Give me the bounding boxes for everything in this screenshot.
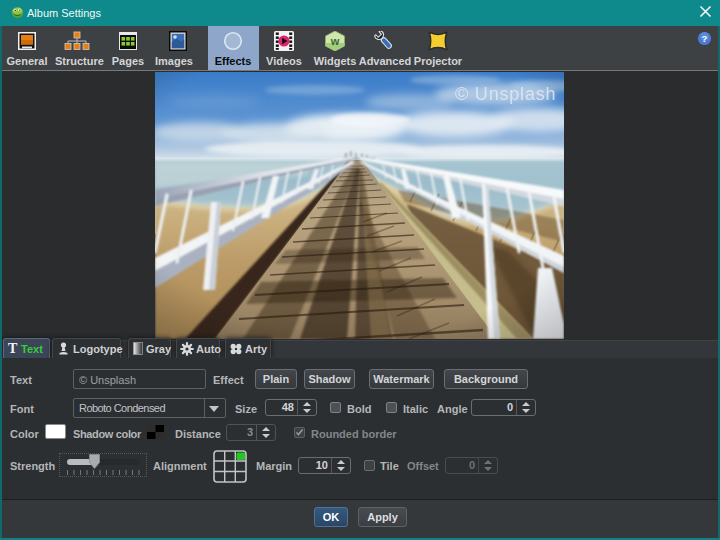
svg-text:?: ? (702, 33, 708, 44)
svg-text:w: w (330, 35, 340, 47)
svg-text:© Unsplash: © Unsplash (455, 84, 556, 104)
